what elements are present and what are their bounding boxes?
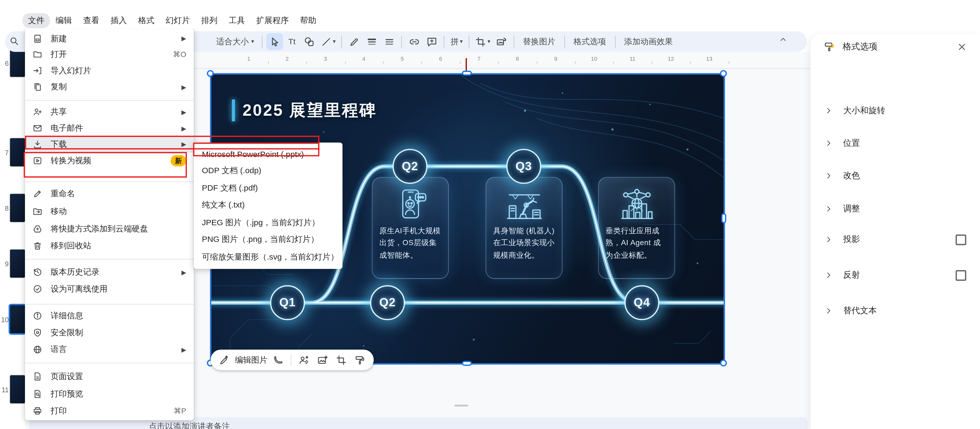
panel-section-反射[interactable]: 反射 xyxy=(810,265,980,285)
menubar-item-文件[interactable]: 文件 xyxy=(22,13,50,28)
resize-handle-top-left[interactable] xyxy=(207,70,214,77)
edit-image-button[interactable]: 编辑图片 xyxy=(235,354,267,366)
trash-icon xyxy=(32,241,42,251)
panel-section-替代文本[interactable]: 替代文本 xyxy=(810,300,980,321)
submenu-arrow-icon: ▶ xyxy=(181,125,186,132)
shape-icon[interactable] xyxy=(301,33,318,50)
ruler-number: 4 xyxy=(362,56,366,62)
resize-handle-bottom[interactable] xyxy=(462,361,472,366)
crop-icon[interactable]: ▾ xyxy=(473,33,492,50)
milestone-card-Q3: 具身智能 (机器人) 在工业场景实现小规模商业化。 xyxy=(486,177,563,279)
menubar-item-扩展程序[interactable]: 扩展程序 xyxy=(250,13,294,28)
slide-filmstrip[interactable]: 67891011 xyxy=(0,52,25,429)
file-menu-item-转换为视频[interactable]: 转换为视频新 xyxy=(25,152,194,169)
resize-handle-top-right[interactable] xyxy=(720,70,727,77)
recolor-icon[interactable] xyxy=(354,354,366,366)
panel-section-调整[interactable]: 调整 xyxy=(810,198,980,219)
reset-image-icon xyxy=(496,36,507,47)
download-option-6[interactable]: 可缩放矢量图形（.svg，当前幻灯片） xyxy=(194,248,342,265)
insert-link-icon[interactable] xyxy=(406,33,423,50)
file-menu-item-共享[interactable]: 共享▶ xyxy=(25,104,194,121)
remove-background-icon[interactable] xyxy=(298,354,310,366)
checkbox-反射[interactable] xyxy=(956,270,966,281)
file-menu-item-打印[interactable]: 打印⌘P xyxy=(25,402,194,419)
crop-image-icon[interactable] xyxy=(336,354,347,366)
rename-icon xyxy=(32,189,42,199)
slide-thumbnail-10[interactable] xyxy=(10,305,25,333)
file-menu-item-打开[interactable]: 打开⌘O xyxy=(25,46,194,62)
file-menu-item-电子邮件[interactable]: 电子邮件▶ xyxy=(25,120,194,137)
ruler-number: 2 xyxy=(286,56,289,62)
border-dash-icon[interactable] xyxy=(380,33,398,50)
file-menu-item-将快捷方式添加到云端硬盘[interactable]: 将快捷方式添加到云端硬盘 xyxy=(25,220,194,237)
fit-zoom-dropdown[interactable]: 适合大小▾ xyxy=(212,33,258,50)
file-menu-item-新建[interactable]: 新建▶ xyxy=(25,30,194,47)
notes-resize-handle[interactable] xyxy=(454,405,468,407)
search-menus-icon[interactable] xyxy=(10,36,19,46)
download-submenu: Microsoft PowerPoint (.pptx) ODP 文档 (.od… xyxy=(194,142,342,269)
recolor-icon xyxy=(354,354,366,366)
select-cursor-icon[interactable] xyxy=(266,33,283,50)
menubar-item-帮助[interactable]: 帮助 xyxy=(294,13,322,28)
panel-section-位置[interactable]: 位置 xyxy=(810,132,980,153)
download-option-3[interactable]: 纯文本 (.txt) xyxy=(194,197,342,214)
close-icon[interactable] xyxy=(957,42,967,52)
ruler-tick xyxy=(575,61,576,64)
file-menu-item-导入幻灯片[interactable]: 导入幻灯片 xyxy=(25,62,194,79)
text-box-icon[interactable]: Tt xyxy=(283,33,301,50)
slide-thumbnail-11[interactable] xyxy=(10,375,25,403)
border-weight-icon[interactable] xyxy=(363,33,380,50)
reset-image-icon[interactable] xyxy=(493,33,510,50)
slide-number-10: 10 xyxy=(0,316,9,323)
panel-section-大小和旋转[interactable]: 大小和旋转 xyxy=(810,100,980,121)
menubar-item-格式[interactable]: 格式 xyxy=(132,13,160,28)
download-option-0[interactable]: Microsoft PowerPoint (.pptx) xyxy=(194,145,342,163)
file-menu-item-移到回收站[interactable]: 移到回收站 xyxy=(25,237,194,254)
download-option-4[interactable]: JPEG 图片（.jpg，当前幻灯片） xyxy=(194,214,342,231)
file-menu-item-移动[interactable]: 移动 xyxy=(25,203,194,220)
file-menu-item-语言[interactable]: 语言▶ xyxy=(25,341,194,358)
menubar-item-插入[interactable]: 插入 xyxy=(105,13,133,28)
download-option-1[interactable]: ODP 文档 (.odp) xyxy=(194,163,342,180)
notes-placeholder[interactable]: 点击以添加演讲者备注 xyxy=(149,421,230,429)
spell-check-icon[interactable]: 拼▾ xyxy=(448,33,465,50)
panel-section-投影[interactable]: 投影 xyxy=(810,229,980,250)
line-icon[interactable]: ▾ xyxy=(318,33,337,50)
file-menu-item-打印预览[interactable]: 打印预览 xyxy=(25,385,194,402)
collapse-toolbar-icon[interactable] xyxy=(779,35,788,44)
border-color-icon[interactable] xyxy=(346,33,363,50)
file-menu-item-复制[interactable]: 复制▶ xyxy=(25,78,194,95)
format-options-button[interactable]: 格式选项 xyxy=(569,33,611,50)
menubar-item-幻灯片[interactable]: 幻灯片 xyxy=(160,13,196,28)
video-convert-icon xyxy=(32,156,42,166)
resize-handle-top[interactable] xyxy=(462,70,472,76)
resize-handle-bottom-right[interactable] xyxy=(720,359,727,367)
menubar-item-查看[interactable]: 查看 xyxy=(78,13,105,28)
resize-handle-right[interactable] xyxy=(721,213,726,223)
slide-thumbnail-7[interactable] xyxy=(10,138,25,166)
download-option-5[interactable]: PNG 图片（.png，当前幻灯片） xyxy=(194,231,342,248)
animations-button[interactable]: 添加动画效果 xyxy=(619,33,678,50)
add-comment-icon[interactable] xyxy=(423,33,440,50)
file-menu-item-详细信息[interactable]: 详细信息 xyxy=(25,308,194,324)
file-menu-item-安全限制[interactable]: 安全限制 xyxy=(25,324,194,341)
file-menu-item-重命名[interactable]: 重命名 xyxy=(25,185,194,203)
menu-divider xyxy=(25,100,194,100)
file-menu-item-设为可离线使用[interactable]: 设为可离线使用 xyxy=(25,281,194,297)
replace-image-button[interactable]: 替换图片 xyxy=(518,33,560,50)
menubar-item-编辑[interactable]: 编辑 xyxy=(50,13,78,28)
file-menu-item-页面设置[interactable]: 页面设置 xyxy=(25,368,194,385)
menubar-item-排列[interactable]: 排列 xyxy=(196,13,223,28)
panel-section-改色[interactable]: 改色 xyxy=(810,165,980,186)
file-menu-item-版本历史记录[interactable]: 版本历史记录▶ xyxy=(25,264,194,281)
email-icon xyxy=(32,123,42,133)
slide-thumbnail-6[interactable] xyxy=(10,49,25,77)
checkbox-投影[interactable] xyxy=(956,234,966,245)
menubar-item-工具[interactable]: 工具 xyxy=(223,13,251,28)
file-menu-item-下载[interactable]: 下载▶ xyxy=(25,136,194,153)
slide-thumbnail-8[interactable] xyxy=(10,194,25,222)
download-option-2[interactable]: PDF 文档 (.pdf) xyxy=(194,180,342,196)
slide-thumbnail-9[interactable] xyxy=(10,249,25,277)
border-color-icon xyxy=(348,36,360,47)
image-effects-icon[interactable] xyxy=(317,354,328,366)
